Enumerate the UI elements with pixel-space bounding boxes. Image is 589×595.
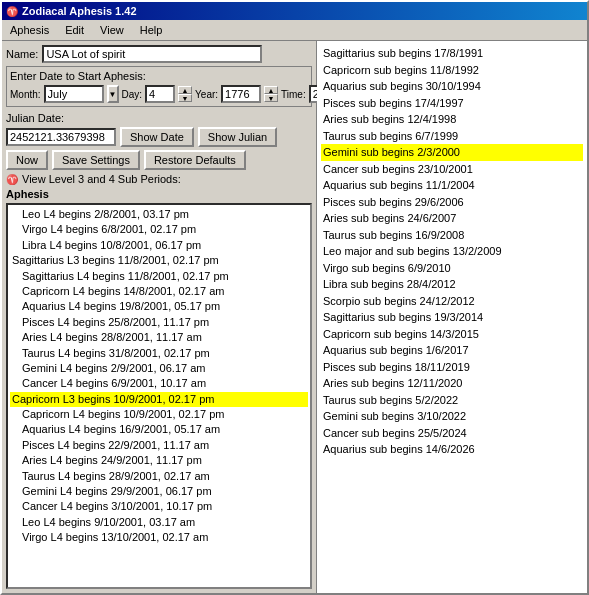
list-item[interactable]: Aquarius L4 begins 16/9/2001, 05.17 am (10, 422, 308, 437)
right-list-item[interactable]: Aquarius sub begins 11/1/2004 (321, 177, 583, 194)
view-label-text: View Level 3 and 4 Sub Periods: (22, 173, 181, 185)
right-list-item[interactable]: Aries sub begins 24/6/2007 (321, 210, 583, 227)
menu-aphesis[interactable]: Aphesis (2, 22, 57, 38)
menu-bar: Aphesis Edit View Help (2, 20, 587, 41)
right-list-item[interactable]: Sagittarius sub begins 17/8/1991 (321, 45, 583, 62)
right-list-item[interactable]: Taurus sub begins 16/9/2008 (321, 227, 583, 244)
restore-defaults-button[interactable]: Restore Defaults (144, 150, 246, 170)
right-list-item[interactable]: Aquarius sub begins 14/6/2026 (321, 441, 583, 458)
right-list-item[interactable]: Cancer sub begins 25/5/2024 (321, 425, 583, 442)
date-section: Enter Date to Start Aphesis: Month: ▼ Da… (6, 66, 312, 107)
show-date-button[interactable]: Show Date (120, 127, 194, 147)
right-list-item[interactable]: Cancer sub begins 23/10/2001 (321, 161, 583, 178)
view-zodiac-icon: ♈ (6, 174, 18, 185)
julian-row: Julian Date: (6, 112, 312, 124)
right-list-item[interactable]: Pisces sub begins 29/6/2006 (321, 194, 583, 211)
list-item[interactable]: Leo L4 begins 2/8/2001, 03.17 pm (10, 207, 308, 222)
action-btn-row: Now Save Settings Restore Defaults (6, 150, 312, 170)
right-list-item[interactable]: Sagittarius sub begins 19/3/2014 (321, 309, 583, 326)
month-label: Month: (10, 89, 41, 100)
right-list-item[interactable]: Gemini sub begins 3/10/2022 (321, 408, 583, 425)
year-spin-down[interactable]: ▼ (264, 94, 278, 102)
name-input[interactable] (42, 45, 262, 63)
list-item[interactable]: Cancer L4 begins 6/9/2001, 10.17 am (10, 376, 308, 391)
list-item[interactable]: Cancer L4 begins 3/10/2001, 10.17 pm (10, 499, 308, 514)
right-list-item[interactable]: Scorpio sub begins 24/12/2012 (321, 293, 583, 310)
list-item[interactable]: Sagittarius L3 begins 11/8/2001, 02.17 p… (10, 253, 308, 268)
list-item[interactable]: Virgo L4 begins 6/8/2001, 02.17 pm (10, 222, 308, 237)
list-item[interactable]: Capricorn L4 begins 14/8/2001, 02.17 am (10, 284, 308, 299)
list-item[interactable]: Capricorn L3 begins 10/9/2001, 02.17 pm (10, 392, 308, 407)
right-list-item[interactable]: Capricorn sub begins 11/8/1992 (321, 62, 583, 79)
day-spin-up[interactable]: ▲ (178, 86, 192, 94)
time-label: Time: (281, 89, 306, 100)
right-list-item[interactable]: Aries sub begins 12/4/1998 (321, 111, 583, 128)
list-item[interactable]: Taurus L4 begins 28/9/2001, 02.17 am (10, 469, 308, 484)
list-item[interactable]: Libra L4 begins 10/8/2001, 06.17 pm (10, 238, 308, 253)
list-item[interactable]: Pisces L4 begins 25/8/2001, 11.17 pm (10, 315, 308, 330)
list-item[interactable]: Aries L4 begins 28/8/2001, 11.17 am (10, 330, 308, 345)
right-list-item[interactable]: Taurus sub begins 6/7/1999 (321, 128, 583, 145)
window-title: Zodiacal Aphesis 1.42 (22, 5, 137, 17)
right-list-item[interactable]: Libra sub begins 28/4/2012 (321, 276, 583, 293)
main-window: ♈ Zodiacal Aphesis 1.42 Aphesis Edit Vie… (0, 0, 589, 595)
list-item[interactable]: Capricorn L4 begins 10/9/2001, 02.17 pm (10, 407, 308, 422)
year-label: Year: (195, 89, 218, 100)
right-list-item[interactable]: Pisces sub begins 17/4/1997 (321, 95, 583, 112)
julian-btn-row: Show Date Show Julian (6, 127, 312, 147)
month-input[interactable] (44, 85, 104, 103)
right-list-item[interactable]: Capricorn sub begins 14/3/2015 (321, 326, 583, 343)
right-list-item[interactable]: Gemini sub begins 2/3/2000 (321, 144, 583, 161)
list-item[interactable]: Aquarius L4 begins 19/8/2001, 05.17 pm (10, 299, 308, 314)
left-panel: Name: Enter Date to Start Aphesis: Month… (2, 41, 317, 593)
right-list-item[interactable]: Aquarius sub begins 1/6/2017 (321, 342, 583, 359)
list-item[interactable]: Virgo L4 begins 13/10/2001, 02.17 am (10, 530, 308, 545)
app-icon: ♈ (6, 6, 18, 17)
date-row: Month: ▼ Day: ▲ ▼ Year: ▲ ▼ Time (10, 85, 308, 103)
list-item[interactable]: Gemini L4 begins 29/9/2001, 06.17 pm (10, 484, 308, 499)
right-list-item[interactable]: Aries sub begins 12/11/2020 (321, 375, 583, 392)
list-item[interactable]: Aries L4 begins 24/9/2001, 11.17 pm (10, 453, 308, 468)
list-item[interactable]: Pisces L4 begins 22/9/2001, 11.17 am (10, 438, 308, 453)
main-content: Name: Enter Date to Start Aphesis: Month… (2, 41, 587, 593)
name-label: Name: (6, 48, 38, 60)
left-list[interactable]: Leo L4 begins 2/8/2001, 03.17 pmVirgo L4… (6, 203, 312, 589)
view-label-row: ♈ View Level 3 and 4 Sub Periods: (6, 173, 312, 185)
year-spinner[interactable]: ▲ ▼ (264, 86, 278, 102)
julian-label: Julian Date: (6, 112, 64, 124)
day-spinner[interactable]: ▲ ▼ (178, 86, 192, 102)
menu-edit[interactable]: Edit (57, 22, 92, 38)
right-panel[interactable]: Sagittarius sub begins 17/8/1991Capricor… (317, 41, 587, 593)
title-bar: ♈ Zodiacal Aphesis 1.42 (2, 2, 587, 20)
right-list-item[interactable]: Pisces sub begins 18/11/2019 (321, 359, 583, 376)
year-spin-up[interactable]: ▲ (264, 86, 278, 94)
name-row: Name: (6, 45, 312, 63)
left-list-section: Leo L4 begins 2/8/2001, 03.17 pmVirgo L4… (6, 203, 312, 589)
right-list-item[interactable]: Virgo sub begins 6/9/2010 (321, 260, 583, 277)
menu-help[interactable]: Help (132, 22, 171, 38)
day-label: Day: (122, 89, 143, 100)
julian-input[interactable] (6, 128, 116, 146)
right-list-item[interactable]: Aquarius sub begins 30/10/1994 (321, 78, 583, 95)
year-input[interactable] (221, 85, 261, 103)
list-item[interactable]: Sagittarius L4 begins 11/8/2001, 02.17 p… (10, 269, 308, 284)
right-list-item[interactable]: Leo major and sub begins 13/2/2009 (321, 243, 583, 260)
date-section-title: Enter Date to Start Aphesis: (10, 70, 308, 82)
list-item[interactable]: Leo L4 begins 9/10/2001, 03.17 am (10, 515, 308, 530)
month-dropdown-arrow[interactable]: ▼ (107, 85, 119, 103)
save-settings-button[interactable]: Save Settings (52, 150, 140, 170)
aphesis-label: Aphesis (6, 188, 312, 200)
day-spin-down[interactable]: ▼ (178, 94, 192, 102)
now-button[interactable]: Now (6, 150, 48, 170)
menu-view[interactable]: View (92, 22, 132, 38)
right-list-item[interactable]: Taurus sub begins 5/2/2022 (321, 392, 583, 409)
show-julian-button[interactable]: Show Julian (198, 127, 277, 147)
list-item[interactable]: Gemini L4 begins 2/9/2001, 06.17 am (10, 361, 308, 376)
day-input[interactable] (145, 85, 175, 103)
list-item[interactable]: Taurus L4 begins 31/8/2001, 02.17 pm (10, 346, 308, 361)
